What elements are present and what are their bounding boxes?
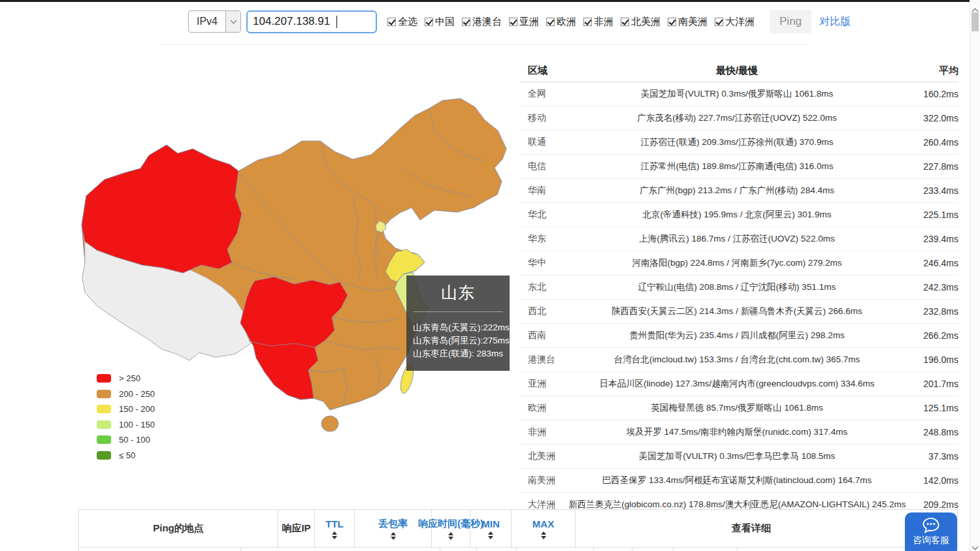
cell-fastest-slowest: 美国芝加哥(VULTR) 0.3ms/俄罗斯喀山 1061.8ms [570, 88, 904, 100]
tooltip-lines: 山东青岛(天翼云): 222ms 山东青岛(阿里云): 275ms 山东枣庄(联… [413, 321, 503, 360]
header-average: 平均 [904, 65, 958, 77]
cell-average: 160.2ms [904, 89, 958, 99]
tooltip-node-name: 山东青岛(天翼云): [413, 321, 483, 334]
scrollbar-thumb[interactable] [972, 12, 979, 31]
ping-header-cell[interactable]: TTL [315, 510, 355, 547]
region-checkbox[interactable]: 欧洲 [546, 16, 576, 28]
checkbox-label: 南美洲 [678, 16, 708, 28]
legend-item: > 250 [97, 371, 155, 386]
top-controls: IPv4 全选 中国 港澳台 [188, 8, 851, 35]
cell-average: 248.8ms [904, 427, 958, 437]
ping-header-cell[interactable]: 查看详细 [576, 510, 928, 547]
ping-header-cell[interactable]: MIN [470, 510, 512, 547]
sort-up-icon [391, 532, 396, 535]
ip-input[interactable] [253, 15, 370, 28]
sort-down-icon [541, 536, 546, 539]
scrollbar[interactable] [970, 0, 980, 551]
table-row: 华北 北京(帝通科技) 195.9ms / 北京(阿里云) 301.9ms 22… [519, 203, 958, 227]
table-row: 西南 贵州贵阳(华为云) 235.4ms / 四川成都(阿里云) 298.2ms… [519, 324, 958, 348]
sort-down-icon [488, 536, 493, 539]
compare-version-link[interactable]: 对比版 [819, 15, 851, 29]
legend-swatch [97, 390, 111, 398]
cell-region: 电信 [519, 161, 570, 172]
checkbox-icon[interactable] [509, 18, 517, 26]
cell-fastest-slowest: 江苏宿迁(联通) 209.3ms/江苏徐州(联通) 370.9ms [570, 136, 904, 148]
support-button[interactable]: 咨询客服 [905, 512, 957, 551]
legend-item: 150 - 200 [97, 401, 155, 417]
cell-fastest-slowest: 陕西西安(天翼云二区) 214.3ms / 新疆乌鲁木齐(天翼云) 266.6m… [570, 306, 904, 317]
checkbox-label: 中国 [435, 16, 455, 28]
tooltip-line: 山东青岛(阿里云): 275ms [413, 334, 503, 347]
select-arrow-box[interactable] [225, 11, 240, 32]
legend-label: 200 - 250 [119, 389, 155, 399]
region-checkbox[interactable]: 南美洲 [668, 16, 708, 28]
cell-region: 华中 [519, 257, 570, 269]
legend-item: 200 - 250 [97, 386, 155, 402]
scroll-down-icon[interactable] [973, 540, 977, 551]
checkbox-icon[interactable] [462, 18, 470, 26]
cell-average: 196.0ms [904, 354, 958, 365]
checkbox-icon[interactable] [583, 18, 592, 26]
region-checkbox[interactable]: 北美洲 [621, 16, 661, 28]
ping-header-cell[interactable]: MAX [512, 510, 576, 547]
tooltip-title: 山东 [413, 282, 503, 304]
sort-arrows-icon[interactable] [541, 531, 546, 539]
tooltip-node-name: 山东枣庄(联通): [413, 347, 474, 360]
checkbox-icon[interactable] [621, 18, 629, 26]
ping-header-label: MIN [482, 518, 500, 529]
checkbox-icon[interactable] [546, 18, 555, 26]
ping-header-cell[interactable]: Ping的地点 [79, 510, 278, 547]
sort-arrows-icon[interactable] [488, 531, 493, 539]
ping-table-empty-row [79, 547, 957, 551]
checkbox-icon[interactable] [715, 18, 723, 26]
cell-average: 246.4ms [904, 258, 958, 268]
cell-average: 209.2ms [906, 499, 958, 510]
checkbox-icon[interactable] [425, 18, 433, 26]
table-row: 东北 辽宁鞍山(电信) 208.8ms / 辽宁沈阳(移动) 351.1ms 2… [519, 276, 958, 300]
ping-header-label: TTL [325, 518, 344, 529]
cell-region: 华东 [519, 233, 570, 245]
cell-region: 移动 [519, 112, 570, 124]
region-checkbox[interactable]: 中国 [425, 16, 455, 28]
ping-header-cell[interactable]: 响应时间(毫秒) [432, 510, 470, 547]
cell-fastest-slowest: 北京(帝通科技) 195.9ms / 北京(阿里云) 301.9ms [570, 209, 904, 221]
ip-version-select[interactable]: IPv4 [188, 10, 241, 33]
cell-average: 260.4ms [904, 137, 958, 148]
tooltip-line: 山东枣庄(联通): 283ms [413, 347, 503, 360]
ping-header-cell[interactable]: 响应IP [278, 510, 315, 547]
topbar-divider [160, 44, 807, 45]
sort-arrows-icon[interactable] [391, 532, 396, 540]
support-button-label: 咨询客服 [913, 535, 949, 546]
cell-region: 东北 [519, 281, 570, 293]
table-row: 电信 江苏常州(电信) 189.8ms/江苏南通(电信) 316.0ms 227… [519, 155, 958, 179]
cell-region: 港澳台 [519, 354, 570, 366]
sort-arrows-icon[interactable] [448, 532, 453, 540]
ping-header-label: 丢包率 [378, 518, 408, 530]
region-checkbox[interactable]: 全选 [387, 16, 417, 28]
sort-up-icon [541, 531, 546, 535]
cell-fastest-slowest: 贵州贵阳(华为云) 235.4ms / 四川成都(阿里云) 298.2ms [570, 330, 904, 341]
region-table-body: 全网 美国芝加哥(VULTR) 0.3ms/俄罗斯喀山 1061.8ms 160… [519, 82, 958, 517]
table-row: 亚洲 日本品川区(linode) 127.3ms/越南河内市(greenclou… [519, 372, 958, 396]
text-caret [336, 16, 337, 28]
checkbox-icon[interactable] [387, 18, 396, 26]
legend-label: 50 - 100 [119, 435, 150, 445]
region-checkbox[interactable]: 亚洲 [509, 16, 539, 28]
table-row: 欧洲 英国梅登黑德 85.7ms/俄罗斯喀山 1061.8ms 125.1ms [519, 396, 958, 420]
table-row: 南美洲 巴西圣保罗 133.4ms/阿根廷布宜诺斯艾利斯(latincloud.… [519, 469, 958, 493]
checkbox-label: 北美洲 [631, 16, 661, 28]
checkbox-icon[interactable] [668, 18, 676, 26]
cell-average: 232.8ms [904, 306, 958, 317]
province-hainan[interactable] [321, 416, 338, 432]
cell-region: 欧洲 [519, 402, 570, 414]
table-row: 全网 美国芝加哥(VULTR) 0.3ms/俄罗斯喀山 1061.8ms 160… [519, 82, 958, 106]
ping-button[interactable]: Ping [770, 10, 811, 33]
tooltip-line: 山东青岛(天翼云): 222ms [413, 321, 503, 334]
region-checkbox[interactable]: 港澳台 [462, 16, 502, 28]
region-checkbox[interactable]: 非洲 [583, 16, 613, 28]
cell-average: 242.3ms [904, 282, 958, 292]
sort-arrows-icon[interactable] [332, 531, 337, 539]
region-checkbox[interactable]: 大洋洲 [715, 16, 755, 28]
table-row: 北美洲 美国芝加哥(VULTR) 0.3ms/巴拿马巴拿马 108.5ms 37… [519, 445, 958, 469]
header-fastest-slowest: 最快/最慢 [570, 65, 904, 77]
